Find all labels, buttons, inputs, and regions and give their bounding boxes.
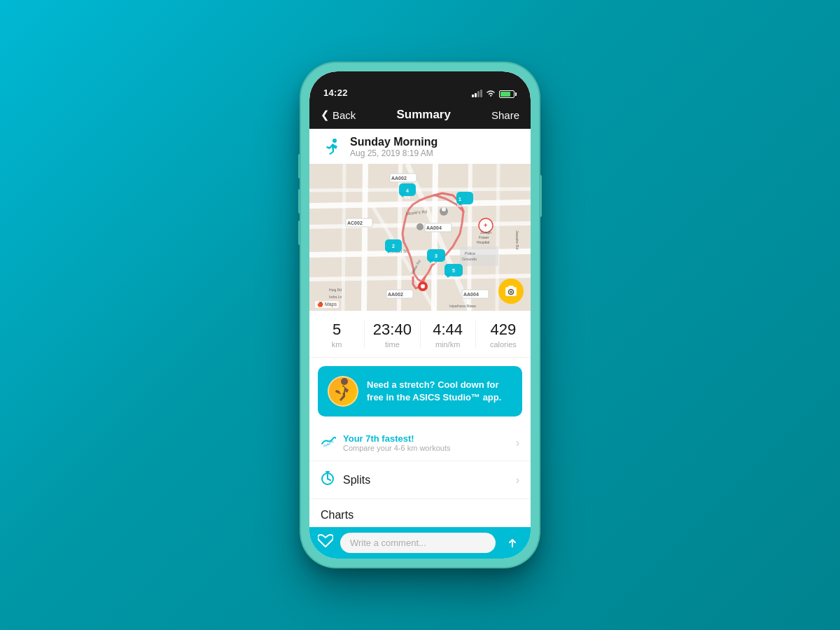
splits-chevron-icon: › [516, 474, 519, 486]
svg-text:AA002: AA002 [391, 176, 407, 181]
svg-text:2: 2 [392, 244, 395, 248]
map-container: Laurie's Rd Gower St Walter Rd Jawatte R… [309, 164, 531, 311]
svg-text:Hospital: Hospital [477, 240, 489, 244]
svg-text:Grounds: Grounds [462, 257, 477, 261]
svg-line-13 [343, 164, 344, 311]
stat-time-value: 23:40 [373, 321, 412, 339]
svg-text:AA004: AA004 [426, 225, 442, 230]
svg-text:Isipathana Mawa: Isipathana Mawa [449, 304, 476, 308]
stat-pace-label: min/km [435, 340, 460, 349]
stat-distance-label: km [332, 340, 342, 349]
stat-time: 23:40 time [365, 321, 420, 349]
svg-line-10 [434, 164, 435, 311]
achievement-row[interactable]: Your 7th fastest! Compare your 4-6 km wo… [309, 425, 531, 461]
activity-info: Sunday Morning Aug 25, 2019 8:19 AM [350, 136, 438, 158]
status-icons [472, 90, 517, 98]
like-button[interactable] [318, 534, 333, 552]
svg-rect-24 [460, 246, 498, 266]
camera-button[interactable] [498, 279, 524, 304]
svg-line-72 [328, 479, 330, 480]
promo-text: Need a stretch? Cool down for free in th… [367, 379, 512, 404]
achievement-info: Your 7th fastest! Compare your 4-6 km wo… [343, 433, 509, 452]
splits-label: Splits [343, 474, 507, 486]
charts-row[interactable]: Charts [309, 499, 531, 526]
stat-calories-label: calories [490, 340, 517, 349]
achievement-title: Your 7th fastest! [343, 433, 509, 444]
activity-name: Sunday Morning [350, 136, 438, 148]
svg-text:+: + [484, 222, 487, 229]
send-button[interactable] [503, 533, 522, 553]
svg-text:AC002: AC002 [347, 220, 363, 225]
charts-label: Charts [321, 509, 354, 522]
svg-text:3: 3 [435, 253, 438, 258]
splits-timer-icon [321, 471, 335, 489]
svg-text:km: km [451, 275, 456, 279]
activity-date: Aug 25, 2019 8:19 AM [350, 148, 438, 158]
svg-text:Joseph: Joseph [480, 230, 491, 234]
content-area: Sunday Morning Aug 25, 2019 8:19 AM [309, 129, 531, 527]
achievement-chevron-icon: › [516, 437, 519, 449]
svg-line-8 [364, 164, 365, 311]
nav-bar: ❮ Back Summary Share [309, 102, 531, 129]
svg-text:km: km [457, 204, 463, 208]
phone-wrapper: 14:22 [301, 63, 539, 567]
svg-text:km: km [391, 251, 396, 255]
achievement-subtitle: Compare your 4-6 km workouts [343, 444, 509, 452]
svg-point-63 [442, 207, 446, 211]
back-label: Back [332, 109, 356, 121]
nav-title: Summary [396, 108, 450, 122]
apple-maps-badge: 🍎 Maps [315, 301, 339, 308]
stat-pace-value: 4:44 [433, 321, 463, 339]
splits-row[interactable]: Splits › [309, 461, 531, 499]
status-time: 14:22 [323, 88, 348, 98]
svg-text:km: km [405, 195, 410, 200]
signal-icon [472, 90, 482, 97]
comment-input-field[interactable]: Write a comment... [340, 533, 496, 553]
stat-calories: 429 calories [476, 321, 531, 349]
notch [378, 71, 462, 88]
svg-text:Jawatte Rd: Jawatte Rd [515, 230, 519, 250]
run-icon [321, 136, 343, 158]
promo-banner[interactable]: Need a stretch? Cool down for free in th… [318, 366, 522, 416]
svg-text:Fraser: Fraser [479, 235, 489, 239]
svg-text:5: 5 [452, 268, 455, 273]
achievement-icon [321, 435, 336, 450]
svg-text:Indra Ln: Indra Ln [329, 295, 342, 299]
svg-point-66 [421, 284, 425, 288]
svg-text:AA002: AA002 [388, 292, 403, 297]
svg-point-68 [510, 291, 512, 293]
share-button[interactable]: Share [491, 109, 519, 121]
svg-point-69 [341, 378, 348, 385]
battery-icon [499, 90, 517, 98]
back-chevron-icon: ❮ [321, 108, 330, 121]
stat-time-label: time [385, 340, 400, 349]
activity-header: Sunday Morning Aug 25, 2019 8:19 AM [309, 129, 531, 164]
stat-pace: 4:44 min/km [421, 321, 476, 349]
phone-shell: 14:22 [301, 63, 539, 567]
comment-bar: Write a comment... [309, 527, 531, 559]
svg-point-0 [490, 95, 491, 97]
stats-row: 5 km 23:40 time 4:44 min/km 429 calories [309, 311, 531, 358]
phone-screen: 14:22 [309, 71, 531, 559]
svg-text:Police: Police [465, 251, 475, 255]
stat-calories-value: 429 [491, 321, 517, 339]
svg-line-11 [469, 164, 470, 311]
svg-text:1: 1 [458, 197, 461, 202]
svg-point-64 [416, 223, 424, 230]
back-button[interactable]: ❮ Back [321, 108, 356, 121]
comment-placeholder: Write a comment... [350, 538, 426, 548]
svg-text:AA004: AA004 [463, 292, 479, 297]
stat-distance-value: 5 [332, 321, 341, 339]
promo-avatar [328, 376, 358, 407]
svg-point-1 [332, 139, 337, 143]
wifi-icon [486, 90, 496, 98]
svg-text:Haig Rd: Haig Rd [329, 288, 342, 292]
svg-text:4: 4 [406, 188, 409, 193]
svg-text:km: km [433, 260, 439, 265]
stat-distance: 5 km [309, 321, 365, 349]
